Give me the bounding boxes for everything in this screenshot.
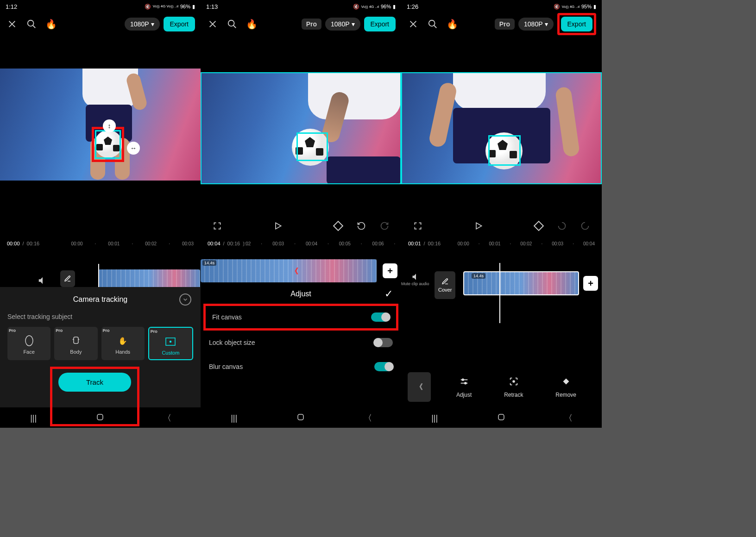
undo-icon[interactable] — [354, 219, 369, 233]
mute-icon: 🔇 — [145, 4, 151, 10]
export-button[interactable]: Export — [561, 17, 592, 31]
svg-line-14 — [233, 25, 236, 28]
lock-size-toggle[interactable] — [374, 338, 393, 347]
fullscreen-icon[interactable] — [410, 219, 425, 233]
video-clip[interactable]: 14.4s 《 — [201, 259, 377, 282]
status-right: 🔇 Vo)) 4G Vo)) ..ıl 96% ▮ — [145, 4, 195, 10]
track-option-face[interactable]: Pro Face — [7, 327, 50, 360]
cover-button[interactable]: Cover — [435, 271, 455, 299]
svg-line-20 — [434, 25, 437, 28]
remove-tool[interactable]: Remove — [555, 376, 576, 398]
video-preview[interactable]: ↕ ↔ — [0, 69, 201, 181]
video-preview[interactable] — [401, 72, 602, 184]
close-icon[interactable] — [206, 18, 219, 31]
nav-recent[interactable]: ||| — [425, 413, 444, 423]
svg-marker-21 — [476, 223, 482, 229]
lock-size-row[interactable]: Lock object size — [201, 331, 401, 355]
play-icon[interactable] — [271, 219, 285, 233]
speaker-icon[interactable] — [36, 274, 49, 287]
close-icon[interactable] — [6, 18, 19, 31]
android-nav: ||| 〈 — [0, 408, 201, 428]
custom-icon — [165, 336, 176, 347]
svg-rect-28 — [498, 414, 504, 420]
pro-badge[interactable]: Pro — [302, 19, 321, 30]
svg-rect-5 — [74, 337, 78, 343]
track-option-hands[interactable]: Pro ✋ Hands — [101, 327, 145, 360]
panel-title: Camera tracking — [73, 295, 127, 304]
fit-canvas-row[interactable]: Fit canvas — [203, 304, 398, 331]
svg-point-19 — [429, 20, 435, 26]
export-button[interactable]: Export — [364, 17, 396, 31]
svg-rect-27 — [563, 378, 569, 384]
resolution-dropdown[interactable]: 1080P ▾ — [125, 18, 159, 31]
nav-back[interactable]: 〈 — [158, 412, 176, 424]
battery-icon: ▮ — [393, 4, 396, 10]
nav-home[interactable] — [492, 413, 510, 424]
time-total: 00:16 — [27, 241, 40, 246]
nav-recent[interactable]: ||| — [225, 413, 243, 423]
nav-home[interactable] — [291, 413, 310, 424]
signal-text: Vo)) 4G Vo)) ..ıl — [153, 5, 178, 8]
confirm-icon[interactable]: ✓ — [384, 288, 393, 300]
flame-icon[interactable]: 🔥 — [44, 18, 57, 31]
redo-icon[interactable] — [377, 219, 392, 233]
hands-icon: ✋ — [117, 335, 128, 346]
nav-back[interactable]: 〈 — [359, 412, 377, 424]
svg-rect-16 — [298, 414, 303, 420]
cover-button[interactable] — [60, 270, 75, 287]
adjust-tool[interactable]: Adjust — [456, 376, 472, 398]
export-button[interactable]: Export — [164, 17, 195, 31]
nav-home[interactable] — [91, 413, 109, 424]
screen-3: 1:26 🔇 Vo)) 4G ..ıl 95% ▮ 🔥 Pro 1080P ▾ … — [401, 0, 602, 428]
track-option-custom[interactable]: Pro Custom — [148, 327, 193, 360]
search-icon[interactable] — [226, 18, 239, 31]
flame-icon[interactable]: 🔥 — [446, 18, 459, 31]
tracking-options: Pro Face Pro Body Pro ✋ Hands Pro Custom — [6, 327, 195, 360]
svg-marker-15 — [276, 223, 281, 229]
resize-handle-vertical[interactable]: ↕ — [103, 119, 116, 132]
screen-1: 1:12 🔇 Vo)) 4G Vo)) ..ıl 96% ▮ 🔥 1080P ▾… — [0, 0, 201, 428]
android-nav: ||| 〈 — [401, 408, 602, 428]
status-time: 1:12 — [6, 3, 17, 10]
search-icon[interactable] — [426, 18, 439, 31]
mute-icon: 🔇 — [353, 4, 359, 10]
resolution-dropdown[interactable]: 1080P ▾ — [325, 18, 360, 31]
flame-icon[interactable]: 🔥 — [245, 18, 258, 31]
bottom-tools: 《 Adjust Retrack Remove — [401, 372, 602, 402]
panel-collapse-icon[interactable] — [179, 293, 191, 306]
redo-icon[interactable] — [578, 219, 592, 233]
fit-canvas-toggle[interactable] — [371, 312, 390, 322]
track-option-body[interactable]: Pro Body — [54, 327, 97, 360]
add-clip-button[interactable]: + — [583, 276, 598, 291]
status-time: 1:13 — [206, 3, 218, 10]
undo-icon[interactable] — [554, 219, 569, 233]
blur-canvas-row[interactable]: Blur canvas — [201, 355, 401, 379]
play-icon[interactable] — [471, 219, 486, 233]
back-tool[interactable]: 《 — [408, 372, 431, 402]
tracking-box[interactable] — [488, 135, 521, 166]
blur-canvas-toggle[interactable] — [374, 362, 393, 371]
nav-recent[interactable]: ||| — [24, 413, 43, 423]
close-icon[interactable] — [407, 18, 420, 31]
resize-handle-horizontal[interactable]: ↔ — [127, 142, 140, 155]
svg-line-3 — [33, 25, 36, 28]
tracking-box[interactable] — [296, 132, 328, 161]
fullscreen-icon[interactable] — [210, 219, 225, 233]
face-icon — [24, 335, 35, 346]
pro-badge[interactable]: Pro — [495, 19, 515, 30]
video-preview[interactable] — [201, 72, 401, 184]
add-clip-button[interactable]: + — [383, 263, 397, 278]
retrack-tool[interactable]: Retrack — [504, 376, 523, 398]
speaker-icon[interactable] — [410, 270, 422, 283]
video-clip[interactable]: 14.4s — [463, 271, 579, 295]
android-nav: ||| 〈 — [201, 408, 401, 428]
resolution-dropdown[interactable]: 1080P ▾ — [518, 18, 553, 31]
svg-point-25 — [465, 382, 466, 384]
panel-subtitle: Select tracking subject — [6, 313, 195, 320]
track-button[interactable]: Track — [58, 373, 131, 392]
keyframe-icon[interactable] — [531, 219, 546, 233]
search-icon[interactable] — [25, 18, 38, 31]
nav-back[interactable]: 〈 — [559, 412, 578, 424]
keyframe-icon[interactable] — [331, 219, 346, 233]
battery-icon: ▮ — [192, 4, 195, 10]
